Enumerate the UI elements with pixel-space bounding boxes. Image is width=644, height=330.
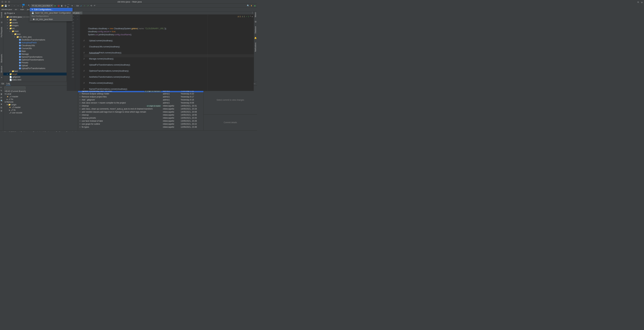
tree-row[interactable]: CCloudinaryUtils xyxy=(3,44,66,47)
chevron-down-icon[interactable]: ▾ xyxy=(14,12,15,15)
delete-icon[interactable]: 🗑 xyxy=(0,93,3,95)
code-area[interactable]: ⚠ 1 ⚠ 1 ✓ 1 ^ v Cloudinary cloudinary = … xyxy=(80,15,254,91)
git-rollback-icon[interactable]: ↶ xyxy=(93,4,96,7)
tool-dependencies[interactable]: ⊞ Dependencies xyxy=(64,131,78,132)
run-config-item[interactable]: ⬢ cld_intro_java.Main xyxy=(30,18,72,21)
minimize-window[interactable] xyxy=(5,1,7,3)
commit-row[interactable]: Remove eclipse project filesadimiz1Yeste… xyxy=(78,95,204,98)
commit-row[interactable]: use grape for outlinerebeccapeltz13/05/2… xyxy=(78,122,204,125)
tree-row[interactable]: ▸📁assets xyxy=(3,21,66,24)
branch-item[interactable]: ▸ ⎇ fix xyxy=(3,98,78,101)
tree-row[interactable]: CAestheticsTransformations xyxy=(3,38,66,41)
tree-row[interactable]: CAutouploadFetch xyxy=(3,41,66,44)
branch-item[interactable]: ★ ⎇ master xyxy=(3,106,78,109)
commit-row[interactable]: Add Java version + maven compiler to the… xyxy=(78,101,204,104)
editor-content[interactable]: 8910111213141516171819202122232425262728… xyxy=(67,15,254,91)
tool-services[interactable]: ⚙ Services xyxy=(42,131,52,132)
pull-requests-tool[interactable]: Pull Requests xyxy=(1,27,2,37)
add-config-icon[interactable]: 👥▾ xyxy=(22,4,25,7)
origin-header[interactable]: ▾ 📁 origin xyxy=(3,103,78,106)
git-update-icon[interactable]: ↙ xyxy=(80,4,82,7)
notifications-tool-icon[interactable]: 🔔 xyxy=(254,37,257,39)
zoom-window[interactable] xyxy=(8,1,10,3)
git-branches-panel[interactable]: HEAD (Current Branch) ▾ Local ★ ⎇ master… xyxy=(3,86,78,130)
commit-row[interactable]: cleanup🏷 origin & masterrebeccapeltz14/0… xyxy=(78,104,204,107)
tree-row[interactable]: CManage xyxy=(3,53,66,55)
checkout-icon[interactable]: ✎ xyxy=(0,90,3,92)
crumb[interactable]: main xyxy=(20,9,24,11)
refresh-icon[interactable]: ⟳ xyxy=(8,4,10,7)
tree-row[interactable]: ▸📁images xyxy=(3,24,66,27)
commit-row[interactable]: add needed classes;add tags:true in mana… xyxy=(78,110,204,113)
compare-icon[interactable]: ⇄ xyxy=(0,96,3,99)
favorite-icon[interactable]: ★ xyxy=(0,103,3,105)
code-with-me-icon[interactable]: ◆ xyxy=(254,4,256,7)
commit-row[interactable]: cleanuprebeccapeltz14/05/2021, 18:55 xyxy=(78,113,204,116)
tree-row[interactable]: CUpload xyxy=(3,64,66,67)
forward-icon[interactable]: → xyxy=(16,4,19,7)
chevron-down-icon[interactable]: v xyxy=(252,15,253,18)
hammer-icon[interactable]: 🔨 xyxy=(28,4,30,7)
commit-row[interactable]: Remove Eclipse settings folderadimiz1Yes… xyxy=(78,92,204,95)
crumb[interactable]: cld-intro-java xyxy=(1,9,12,11)
commit-list[interactable]: Update Cloudinary SDK version🏷 origin & … xyxy=(78,89,204,130)
tree-row[interactable]: 📄LICENSE xyxy=(3,81,66,82)
coverage-icon[interactable]: ◧ xyxy=(61,4,64,7)
new-branch-icon[interactable]: + xyxy=(0,86,3,89)
more-tools-icon[interactable]: » xyxy=(1,76,2,78)
tree-row[interactable]: ▾📁cld_intro_java xyxy=(3,36,66,38)
back-icon[interactable]: ← xyxy=(13,4,16,7)
run-icon[interactable]: ▶ xyxy=(54,4,57,7)
git-commit-icon[interactable]: ✓ xyxy=(83,4,86,7)
git-push-icon[interactable]: ↗ xyxy=(86,4,89,7)
maven-tool[interactable]: Maven xyxy=(254,12,256,17)
commit-row[interactable]: add class, clean up comments, move f_aut… xyxy=(78,107,204,110)
tree-row[interactable]: COptimizeTransformations xyxy=(3,58,66,61)
editor-more-icon[interactable]: ⋮ xyxy=(251,12,254,14)
remote-header[interactable]: ▾ Remote xyxy=(3,101,78,103)
commit-row[interactable]: fix typosrebeccapeltz12/05/2021, 23:49 xyxy=(78,125,204,128)
structure-tool[interactable]: Structure xyxy=(1,66,2,73)
tree-row[interactable]: CUploadForTransformations xyxy=(3,67,66,70)
inspections-widget[interactable]: ⚠ 1 ⚠ 1 ✓ 1 ^ v xyxy=(238,15,253,18)
commit-tool[interactable]: Commit xyxy=(1,12,2,18)
commit-details-link[interactable]: Commit details xyxy=(224,121,237,124)
bookmarks-tool[interactable]: Bookmarks xyxy=(1,54,2,63)
tool-problems[interactable]: ⚠ Problems xyxy=(18,131,29,132)
search-icon[interactable]: 🔍 xyxy=(247,4,250,7)
profile-icon[interactable]: ⊙ xyxy=(64,4,67,7)
run-config-selector[interactable]: ⬢ cld_intro_java.Main ▾ xyxy=(31,4,53,7)
ide-upgrade-icon[interactable]: ⬆ xyxy=(250,4,253,7)
open-icon[interactable]: 📁 xyxy=(1,4,4,7)
local-header[interactable]: ▾ Local xyxy=(3,93,78,95)
tree-row[interactable]: CPresets xyxy=(3,61,66,64)
branch-item[interactable]: ▸ ⎇ fix xyxy=(3,109,78,111)
tree-row[interactable]: 📄.gitignore xyxy=(3,75,66,78)
branch-item[interactable]: ⎇ use-vscode xyxy=(3,111,78,114)
branch-search-input[interactable] xyxy=(4,87,26,90)
project-tool-icon[interactable]: ⊙ xyxy=(1,21,2,24)
tool-git[interactable]: ⎇ Git xyxy=(1,131,6,132)
tree-row[interactable]: CNamedTransformations xyxy=(3,55,66,58)
crumb[interactable]: src xyxy=(15,9,17,11)
search-icon[interactable]: 🔍 xyxy=(0,100,3,102)
edit-configurations-item[interactable]: ✎ Edit Configurations... xyxy=(30,8,72,11)
fetch-icon[interactable]: ⊟ xyxy=(0,106,3,109)
tree-row[interactable]: ▾📁java xyxy=(3,33,66,36)
debug-icon[interactable]: 🐞 xyxy=(57,4,60,7)
notifications-tool[interactable]: Notifications xyxy=(254,43,256,52)
branch-item[interactable]: ★ ⎇ master xyxy=(3,95,78,98)
database-tool[interactable]: Database xyxy=(254,26,256,34)
save-icon[interactable]: 💾 xyxy=(4,4,7,7)
tree-row[interactable]: CMain xyxy=(3,50,66,53)
tool-todo[interactable]: ☑ TODO xyxy=(9,131,16,132)
tool-terminal[interactable]: ▣ Terminal xyxy=(31,131,40,132)
save-configuration-item[interactable]: 💾 Save 'cld_intro_java.Main' Configurati… xyxy=(30,11,72,15)
tree-row[interactable]: 📄index.html xyxy=(3,78,66,81)
git-history-icon[interactable]: ⟲ xyxy=(90,4,92,7)
tree-row[interactable]: CCourseUtils xyxy=(3,47,66,50)
tree-row[interactable]: ▾📁main xyxy=(3,30,66,33)
tool-profiler[interactable]: ⊙ Profiler xyxy=(54,131,62,132)
stop-icon[interactable]: ■ xyxy=(71,4,74,7)
tree-row[interactable]: ▾📁src xyxy=(3,27,66,30)
